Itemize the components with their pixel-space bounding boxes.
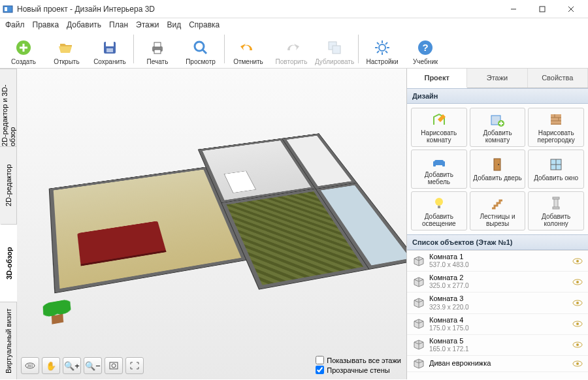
visibility-toggle-icon[interactable] <box>572 340 583 349</box>
object-list-item[interactable]: Комната 3323.9 x 220.0 <box>407 293 588 313</box>
window-title: Новый проект - Дизайн Интерьера 3D <box>17 5 499 14</box>
design-add-column-button[interactable]: Добавить колонну <box>528 191 584 230</box>
design-add-furniture-button[interactable]: Добавить мебель <box>411 150 467 189</box>
toolbar-create-button[interactable]: Создать <box>4 33 43 65</box>
design-draw-room-button[interactable]: Нарисовать комнату <box>411 108 467 147</box>
floorplan-3d <box>24 75 400 349</box>
object-list-item[interactable]: Комната 4175.0 x 175.0 <box>407 314 588 335</box>
design-add-door-button[interactable]: Добавить дверь <box>470 150 526 189</box>
fullscreen-button[interactable] <box>125 357 144 374</box>
show-all-floors-checkbox[interactable]: Показывать все этажи <box>316 356 401 364</box>
toolbar-dup-button: Дублировать <box>315 33 354 65</box>
toolbar-help-button[interactable]: ?Учебник <box>406 33 445 65</box>
object-list-item[interactable]: Комната 2325.0 x 277.0 <box>407 272 588 293</box>
toolbar-save-button[interactable]: Сохранить <box>90 33 129 65</box>
design-section-header: Дизайн <box>407 88 588 104</box>
workarea: 2D-редактор и 3D-обзор2D-редактор3D-обзо… <box>0 69 588 379</box>
maximize-button[interactable] <box>528 0 557 18</box>
object-list-item[interactable]: Диван еврокнижка <box>407 356 588 372</box>
design-add-window-button[interactable]: Добавить окно <box>528 150 584 189</box>
object-list[interactable]: Комната 1537.0 x 483.0Комната 2325.0 x 2… <box>407 250 588 379</box>
undo-icon <box>239 39 257 57</box>
objects-section-header: Список объектов (Этаж №1) <box>407 234 588 250</box>
print-icon <box>148 39 167 57</box>
minimize-button[interactable] <box>499 0 528 18</box>
object-list-item[interactable]: Комната 5165.0 x 172.1 <box>407 335 588 356</box>
menu-help[interactable]: Справка <box>189 20 220 29</box>
preview-icon <box>191 39 210 57</box>
sidetab-props[interactable]: Свойства <box>528 69 588 87</box>
design-add-light-button[interactable]: Добавить освещение <box>411 191 467 230</box>
view-controls: 360 ✋ 🔍+ 🔍− <box>21 357 144 374</box>
svg-rect-42 <box>442 161 445 166</box>
add-room-icon <box>489 112 505 127</box>
svg-text:?: ? <box>422 42 428 53</box>
design-draw-partition-button[interactable]: Нарисовать перегородку <box>528 108 584 147</box>
toolbar-print-button[interactable]: Печать <box>138 33 177 65</box>
add-furniture-icon <box>431 153 447 169</box>
svg-point-17 <box>379 44 385 51</box>
object-list-item[interactable]: Комната 1537.0 x 483.0 <box>407 251 588 272</box>
object-icon <box>412 318 425 330</box>
menu-edit[interactable]: Правка <box>33 20 59 29</box>
toolbar-preview-button[interactable]: Просмотр <box>181 33 220 65</box>
plant-object[interactable] <box>43 296 72 326</box>
svg-point-58 <box>576 302 579 304</box>
object-icon <box>412 297 425 309</box>
svg-line-14 <box>203 50 206 54</box>
design-tool-grid: Нарисовать комнатуДобавить комнатуНарисо… <box>407 104 588 234</box>
toolbar-redo-button: Повторить <box>272 33 311 65</box>
design-add-room-button[interactable]: Добавить комнату <box>470 108 526 147</box>
zoom-fit-button[interactable] <box>105 357 123 374</box>
svg-point-48 <box>435 198 443 206</box>
svg-rect-16 <box>333 46 340 54</box>
visibility-toggle-icon[interactable] <box>572 298 583 308</box>
svg-rect-1 <box>5 7 7 11</box>
svg-text:360: 360 <box>27 364 33 368</box>
open-icon <box>57 39 76 57</box>
visibility-toggle-icon[interactable] <box>572 359 583 368</box>
draw-room-icon <box>431 112 447 127</box>
zoom-in-button[interactable]: 🔍+ <box>63 357 81 374</box>
menu-add[interactable]: Добавить <box>67 20 101 29</box>
menu-view[interactable]: Вид <box>167 20 181 29</box>
svg-rect-11 <box>154 42 161 47</box>
sidetab-floors[interactable]: Этажи <box>467 69 527 87</box>
toolbar-settings-button[interactable]: Настройки <box>363 33 402 65</box>
vtab-3d[interactable]: 3D-обзор <box>0 224 17 302</box>
svg-rect-40 <box>434 160 444 165</box>
svg-line-23 <box>385 51 387 53</box>
svg-point-60 <box>576 323 579 325</box>
svg-point-64 <box>576 362 579 365</box>
svg-rect-12 <box>154 50 161 54</box>
side-tabs: ПроектЭтажиСвойства <box>407 69 588 88</box>
svg-point-56 <box>576 281 579 283</box>
vtab-virtual[interactable]: Виртуальный визит <box>0 302 16 379</box>
app-icon <box>3 4 13 14</box>
add-column-icon <box>548 195 564 211</box>
visibility-toggle-icon[interactable] <box>572 257 583 266</box>
sidetab-project[interactable]: Проект <box>407 69 467 88</box>
dup-icon <box>325 39 344 57</box>
vtab-2d3d[interactable]: 2D-редактор и 3D-обзор <box>0 69 16 146</box>
add-window-icon <box>548 157 564 172</box>
viewport-3d[interactable]: 360 ✋ 🔍+ 🔍− Показывать все этажи Прозрач… <box>17 69 406 379</box>
toolbar-open-button[interactable]: Открыть <box>47 33 86 65</box>
svg-line-24 <box>385 42 387 44</box>
vtab-2d[interactable]: 2D-редактор <box>0 146 16 224</box>
hand-pan-button[interactable]: ✋ <box>42 357 60 374</box>
transparent-walls-checkbox[interactable]: Прозрачные стены <box>316 366 401 374</box>
toolbar-undo-button[interactable]: Отменить <box>229 33 268 65</box>
object-icon <box>412 339 425 351</box>
menu-file[interactable]: Файл <box>5 20 25 29</box>
rotate-360-button[interactable]: 360 <box>21 357 39 374</box>
menu-floors[interactable]: Этажи <box>136 20 159 29</box>
menu-plan[interactable]: План <box>109 20 128 29</box>
design-stairs-button[interactable]: Лестницы и вырезы <box>470 191 526 230</box>
close-button[interactable] <box>557 0 585 18</box>
visibility-toggle-icon[interactable] <box>572 319 583 328</box>
draw-partition-icon <box>548 112 564 127</box>
visibility-toggle-icon[interactable] <box>572 277 583 287</box>
svg-point-13 <box>195 42 204 51</box>
zoom-out-button[interactable]: 🔍− <box>84 357 102 374</box>
